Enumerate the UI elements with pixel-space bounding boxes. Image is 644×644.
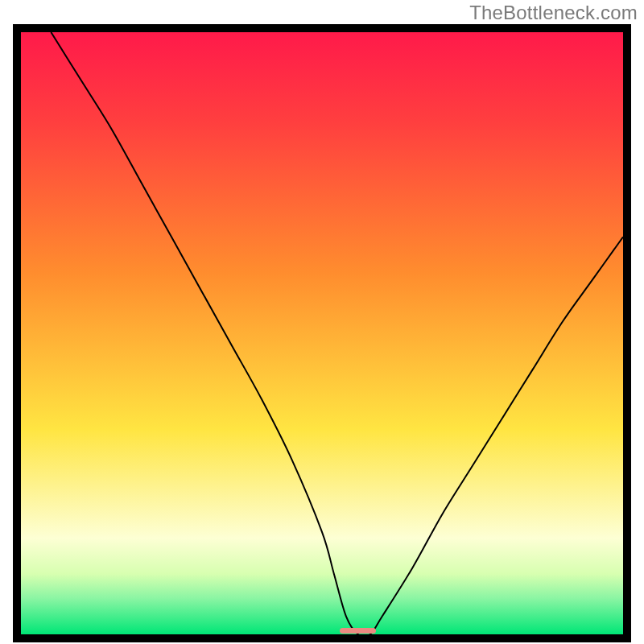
chart-container: TheBottleneck.com: [0, 0, 644, 644]
optimal-marker: [340, 628, 376, 634]
chart-frame: [13, 24, 631, 642]
plot-area: [21, 32, 623, 634]
watermark-text: TheBottleneck.com: [469, 2, 638, 24]
bottleneck-curve: [21, 32, 623, 634]
